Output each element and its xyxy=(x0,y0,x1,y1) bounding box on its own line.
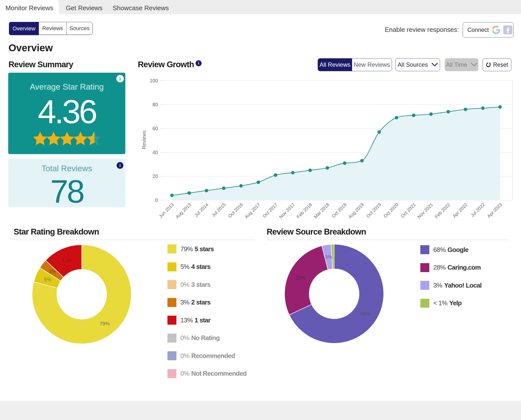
svg-text:5%: 5% xyxy=(44,277,51,282)
svg-text:3%: 3% xyxy=(49,269,56,274)
svg-text:68%: 68% xyxy=(361,311,371,316)
svg-text:79%: 79% xyxy=(100,321,110,326)
svg-text:28%: 28% xyxy=(296,275,305,281)
svg-text:3%: 3% xyxy=(325,254,332,260)
svg-text:13%: 13% xyxy=(62,257,72,263)
